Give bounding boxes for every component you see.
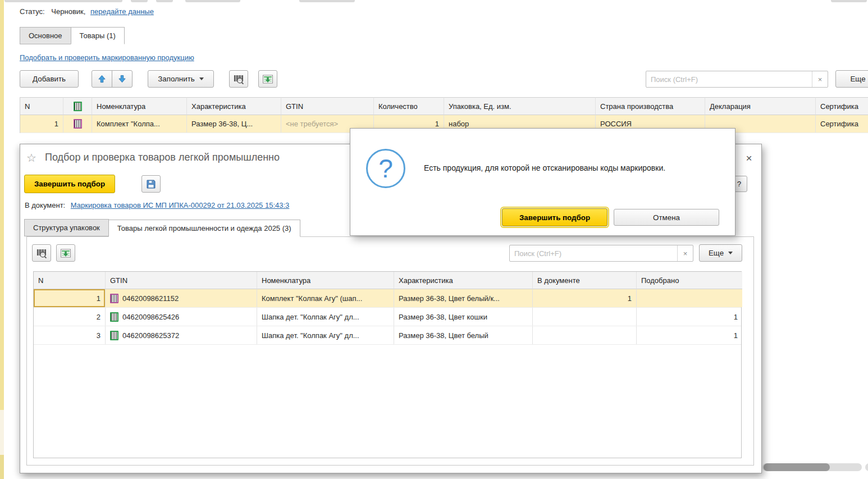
more-button[interactable]: Еще [699, 244, 742, 262]
col-picked: Подобрано [637, 272, 742, 289]
barcode-magnifier-icon [36, 248, 47, 259]
col-characteristic: Характеристика [394, 272, 533, 289]
search-clear-button[interactable]: × [812, 71, 828, 87]
col-n: N [20, 97, 63, 115]
cell-picked [637, 289, 742, 307]
add-button[interactable]: Добавить [20, 70, 79, 88]
col-declaration: Декларация [705, 97, 816, 115]
cell-marking-status [63, 115, 92, 133]
document-reference: В документ: Маркировка товаров ИС МП ИПК… [25, 201, 289, 209]
picker-table-row[interactable]: 3 04620098625372 Шапка дет. "Колпак Агу"… [34, 326, 741, 345]
picker-table-row[interactable]: 2 04620098625426 Шапка дет. "Колпак Агу"… [34, 308, 741, 326]
save-button[interactable] [141, 175, 161, 193]
tab-packing-structure[interactable]: Структура упаковок [24, 219, 109, 236]
close-icon[interactable]: × [742, 151, 756, 166]
pick-and-check-link[interactable]: Подобрать и проверить маркированную прод… [20, 53, 194, 62]
col-nomenclature: Номенклатура [257, 272, 394, 289]
move-up-button[interactable] [92, 70, 112, 88]
cell-gtin: 04620098625426 [106, 308, 257, 326]
arrow-up-icon [98, 75, 106, 83]
table-fill-down-icon [60, 248, 71, 259]
document-label: В документ: [25, 201, 65, 209]
col-gtin: GTIN [106, 272, 257, 289]
dialog-finish-picking-button[interactable]: Завершить подбор [502, 208, 607, 226]
document-link[interactable]: Маркировка товаров ИС МП ИПКА-000292 от … [71, 201, 290, 209]
cutoff-toolbar-remnant [299, 0, 355, 2]
cell-in-document [533, 308, 637, 326]
cell-in-document: 1 [533, 289, 637, 307]
check-marked-products-button[interactable] [258, 70, 277, 88]
status-label: Статус: [20, 7, 45, 16]
col-quantity: Количество [374, 97, 444, 115]
cell-in-document [533, 326, 637, 344]
cell-picked: 1 [637, 308, 742, 326]
col-pack: Упаковка, Ед. изм. [444, 97, 596, 115]
cell-nomenclature: Шапка дет. "Колпак Агу" дл... [257, 326, 394, 344]
barcode-magnifier-icon [233, 74, 244, 85]
col-in-document: В документе [533, 272, 637, 289]
col-gtin: GTIN [281, 97, 374, 115]
question-icon: ? [366, 149, 405, 188]
fill-button[interactable]: Заполнить [148, 70, 214, 88]
col-nomenclature: Номенклатура [92, 97, 187, 115]
scan-barcode-button[interactable] [32, 244, 51, 262]
confirmation-dialog: ? Есть продукция, для которой не отскани… [350, 128, 735, 236]
picker-tab-content: × Еще N GTIN Номенклатура Характеристика… [26, 236, 754, 466]
gtin-value: 04620098621152 [122, 294, 179, 303]
cell-nomenclature: Комплект "Колпа... [92, 115, 187, 133]
search-input[interactable] [510, 245, 677, 261]
cutoff-toolbar-remnant [156, 0, 173, 2]
cell-n: 1 [34, 289, 106, 307]
green-barcode-icon [74, 102, 82, 111]
col-certificate: Сертифика [816, 97, 868, 115]
cell-certificate: Сертифика [816, 115, 868, 133]
cell-n: 1 [20, 115, 63, 133]
fill-button-label: Заполнить [158, 75, 194, 83]
gtin-value: 04620098625426 [122, 313, 179, 321]
main-search-box: × [646, 71, 828, 88]
gtin-value: 04620098625372 [122, 331, 179, 340]
more-button-label: Еще [709, 249, 724, 257]
horizontal-scrollbar-stub [865, 463, 868, 471]
dialog-cancel-button[interactable]: Отмена [614, 209, 719, 226]
picker-goods-table: N GTIN Номенклатура Характеристика В док… [33, 271, 742, 458]
cell-characteristic: Размер 36-38, Ц... [187, 115, 281, 133]
favorite-star-icon[interactable]: ☆ [26, 151, 36, 165]
cutoff-toolbar-remnant [185, 0, 240, 2]
more-button[interactable]: Еще [835, 70, 868, 88]
left-edge-strip [0, 0, 4, 410]
status-line: Статус: Черновик, передайте данные [20, 7, 154, 16]
send-data-link[interactable]: передайте данные [90, 7, 154, 16]
col-n: N [34, 272, 106, 289]
move-down-button[interactable] [112, 70, 133, 88]
horizontal-scrollbar[interactable] [762, 463, 862, 471]
cell-n: 3 [34, 326, 106, 344]
1c-marking-document-window: Статус: Черновик, передайте данные Основ… [0, 0, 868, 479]
dialog-message: Есть продукция, для которой не отсканиро… [424, 163, 665, 172]
green-barcode-icon [110, 331, 118, 340]
cell-gtin: 04620098625372 [106, 326, 257, 344]
tab-goods[interactable]: Товары (1) [71, 27, 125, 44]
floppy-disk-icon [146, 179, 156, 189]
col-marking-status [63, 97, 92, 115]
tab-main[interactable]: Основное [20, 27, 71, 44]
cutoff-toolbar-remnant [831, 0, 867, 2]
dropdown-arrow-icon [199, 77, 204, 80]
horizontal-scrollbar-thumb[interactable] [764, 463, 830, 471]
cell-gtin: 04620098621152 [106, 289, 257, 307]
check-marked-products-button[interactable] [56, 244, 75, 262]
dropdown-arrow-icon [728, 252, 733, 254]
goods-table-header: N Номенклатура Характеристика GTIN Колич… [20, 97, 868, 115]
cell-n: 2 [34, 308, 106, 326]
pink-barcode-icon [74, 119, 82, 129]
search-clear-button[interactable]: × [677, 245, 693, 261]
search-input[interactable] [646, 71, 812, 87]
picker-tabs: Структура упаковок Товары легкой промышл… [24, 219, 300, 236]
cell-characteristic: Размер 36-38, Цвет белый [394, 326, 533, 344]
document-tabs: Основное Товары (1) [20, 27, 124, 44]
cell-characteristic: Размер 36-38, Цвет белый/к... [394, 289, 533, 307]
tab-light-industry-goods[interactable]: Товары легкой промышленности и одежда 20… [108, 220, 300, 237]
scan-barcode-button[interactable] [229, 70, 248, 88]
finish-picking-button[interactable]: Завершить подбор [24, 175, 115, 193]
picker-table-row[interactable]: 1 04620098621152 Комплект "Колпак Агу" (… [34, 289, 741, 308]
